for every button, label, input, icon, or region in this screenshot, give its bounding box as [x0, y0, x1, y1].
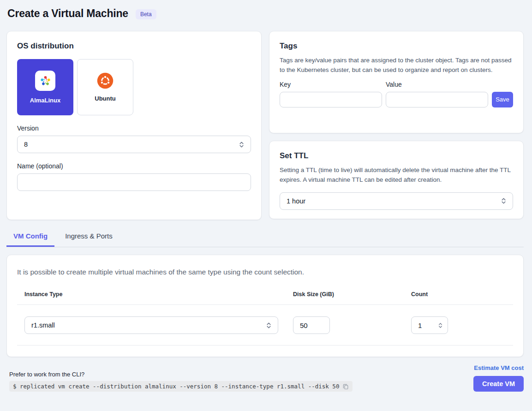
- vm-table: Instance Type Disk Size (GiB) Count r1.s…: [17, 291, 513, 345]
- os-card-title: OS distribution: [17, 42, 251, 51]
- estimate-vm-cost-link[interactable]: Estimate VM cost: [474, 364, 524, 371]
- name-input[interactable]: [17, 173, 251, 191]
- ttl-select[interactable]: 1 hour: [280, 192, 513, 210]
- column-instance-type: Instance Type: [17, 291, 286, 298]
- tag-value-input[interactable]: [386, 92, 488, 107]
- ttl-card-description: Setting a TTL (time to live) will automa…: [280, 166, 513, 185]
- beta-badge: Beta: [136, 9, 156, 19]
- tag-key-column: Key: [280, 81, 382, 107]
- set-ttl-card: Set TTL Setting a TTL (time to live) wil…: [269, 141, 524, 219]
- vm-config-intro: It is possible to create multiple virtua…: [17, 268, 513, 276]
- key-label: Key: [280, 81, 382, 88]
- almalinux-logo-icon: [35, 71, 55, 91]
- column-disk-size: Disk Size (GiB): [286, 291, 404, 298]
- count-stepper[interactable]: 1: [411, 316, 448, 334]
- os-tile-ubuntu[interactable]: Ubuntu: [77, 59, 133, 115]
- save-tag-button[interactable]: Save: [492, 92, 513, 107]
- cli-block: Prefer to work from the CLI? $ replicate…: [6, 371, 353, 392]
- os-tile-almalinux[interactable]: AlmaLinux: [17, 59, 73, 115]
- os-tile-label: Ubuntu: [95, 95, 115, 102]
- vm-table-row: r1.small 1: [17, 305, 513, 345]
- os-distribution-card: OS distribution AlmaLinux: [6, 31, 262, 220]
- chevron-up-down-icon: [500, 197, 507, 204]
- top-cards: OS distribution AlmaLinux: [6, 31, 524, 220]
- os-tile-label: AlmaLinux: [30, 97, 60, 104]
- count-cell: 1: [404, 316, 513, 334]
- chevron-up-down-icon: [238, 141, 245, 148]
- disk-size-input[interactable]: [293, 316, 330, 334]
- version-select-value: 8: [24, 141, 28, 148]
- instance-type-cell: r1.small: [17, 316, 286, 334]
- create-vm-button[interactable]: Create VM: [473, 376, 524, 392]
- version-label: Version: [17, 125, 251, 132]
- page-header: Create a Virtual Machine Beta: [0, 0, 532, 20]
- instance-type-select[interactable]: r1.small: [24, 316, 278, 334]
- chevron-up-down-icon: [437, 322, 443, 328]
- tag-key-input[interactable]: [280, 92, 382, 107]
- tag-value-column: Value: [386, 81, 488, 107]
- footer-actions: Estimate VM cost Create VM: [473, 364, 524, 392]
- ubuntu-logo-icon: [97, 72, 114, 89]
- tab-ingress-ports[interactable]: Ingress & Ports: [58, 232, 120, 247]
- value-label: Value: [386, 81, 488, 88]
- cli-snippet: $ replicated vm create --distribution al…: [9, 381, 353, 392]
- right-column: Tags Tags are key/value pairs that are a…: [269, 31, 524, 220]
- vm-config-card: It is possible to create multiple virtua…: [6, 255, 524, 357]
- instance-type-value: r1.small: [31, 322, 55, 329]
- page-footer: Prefer to work from the CLI? $ replicate…: [6, 364, 524, 392]
- cli-prompt: Prefer to work from the CLI?: [9, 371, 353, 378]
- page-title: Create a Virtual Machine: [7, 7, 128, 20]
- column-count: Count: [404, 291, 513, 298]
- tags-card-title: Tags: [280, 42, 513, 51]
- tags-card-description: Tags are key/value pairs that are assign…: [280, 56, 513, 75]
- copy-icon[interactable]: [342, 383, 349, 390]
- os-tiles: AlmaLinux Ubuntu: [17, 59, 251, 115]
- tab-vm-config[interactable]: VM Config: [6, 232, 54, 247]
- count-value: 1: [418, 322, 422, 329]
- config-tabs: VM Config Ingress & Ports: [6, 232, 524, 247]
- ttl-select-value: 1 hour: [287, 197, 305, 205]
- name-label: Name (optional): [17, 162, 251, 170]
- ttl-card-title: Set TTL: [280, 151, 513, 161]
- tag-form: Key Value Save: [280, 81, 513, 107]
- tags-card: Tags Tags are key/value pairs that are a…: [269, 31, 524, 133]
- vm-table-header: Instance Type Disk Size (GiB) Count: [17, 291, 513, 305]
- disk-size-cell: [286, 316, 404, 334]
- cli-command: $ replicated vm create --distribution al…: [13, 383, 339, 390]
- version-select[interactable]: 8: [17, 136, 251, 153]
- chevron-up-down-icon: [265, 322, 272, 329]
